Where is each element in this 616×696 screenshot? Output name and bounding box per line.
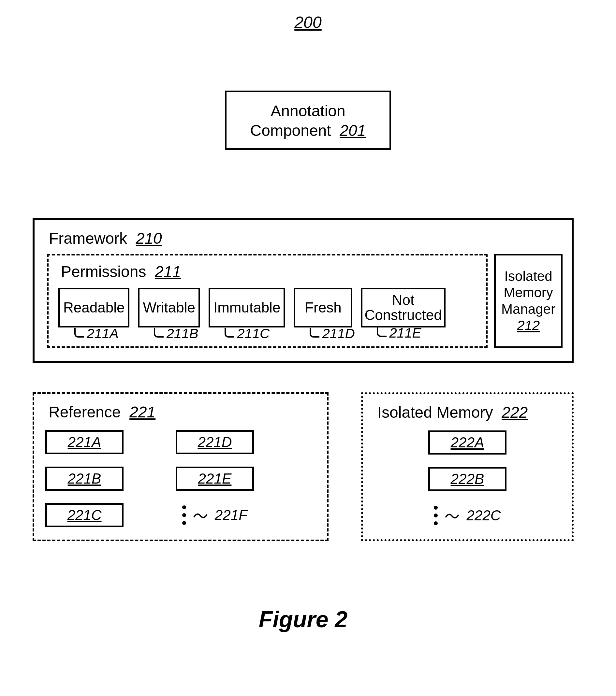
isolated-memory-cell-label: 222A <box>451 434 484 450</box>
isolated-memory-box: Isolated Memory 222 222A 222B 222C <box>361 392 574 541</box>
reference-cell-label: 221A <box>68 434 101 450</box>
reference-cell-label: 221C <box>67 507 101 523</box>
reference-ref: 221 <box>129 404 156 421</box>
reference-label: Reference <box>49 404 121 421</box>
framework-header: Framework 210 <box>49 230 563 247</box>
diagram-ref: 200 <box>33 13 583 32</box>
imm-line3: Manager <box>501 301 555 317</box>
permission-not-constructed: Not Constructed 211E <box>361 288 445 328</box>
isolated-memory-cell-label: 222B <box>451 471 484 487</box>
isolated-memory-header: Isolated Memory 222 <box>377 404 560 421</box>
permission-writable: Writable 211B <box>138 288 200 328</box>
permission-fresh-ref: 211D <box>310 326 354 342</box>
framework-box: Framework 210 Permissions 211 Readable 2… <box>33 218 574 363</box>
framework-ref: 210 <box>136 230 162 247</box>
reference-header: Reference 221 <box>49 403 316 421</box>
permission-writable-label: Writable <box>143 299 195 316</box>
permission-immutable-ref: 211C <box>224 326 270 342</box>
vertical-ellipsis-icon <box>434 506 438 525</box>
reference-cell: 221A <box>45 430 124 454</box>
isolated-memory-cell: 222B <box>428 467 506 491</box>
vertical-ellipsis-icon <box>182 505 186 525</box>
reference-ellipsis: 221F <box>176 503 254 527</box>
isolated-memory-cell: 222A <box>428 430 506 455</box>
permission-readable-ref: 211A <box>74 326 119 342</box>
permission-not-constructed-label: Not Constructed <box>364 292 442 322</box>
permission-immutable: Immutable 211C <box>209 288 285 328</box>
reference-ellipsis-ref: 221F <box>215 507 247 523</box>
reference-box: Reference 221 221A 221B 221C 221D 221E 2… <box>33 392 329 541</box>
permission-readable: Readable 211A <box>58 288 129 328</box>
imm-ref: 212 <box>517 318 540 333</box>
permissions-header: Permissions 211 <box>61 263 479 281</box>
figure-caption: Figure 2 <box>33 606 574 632</box>
reference-cell-label: 221E <box>198 471 232 487</box>
lead-line-icon <box>445 511 459 519</box>
reference-cell: 221E <box>176 466 254 491</box>
reference-cell: 221C <box>45 503 124 527</box>
framework-label: Framework <box>49 230 127 247</box>
isolated-memory-ellipsis-ref: 222C <box>467 507 501 524</box>
imm-line1: Isolated <box>504 269 552 284</box>
isolated-memory-ref: 222 <box>502 404 528 421</box>
reference-cell: 221D <box>176 430 254 454</box>
reference-cell: 221B <box>45 466 124 491</box>
permission-immutable-label: Immutable <box>214 299 280 316</box>
lead-line-icon <box>193 511 208 519</box>
permissions-label: Permissions <box>61 263 146 280</box>
permission-writable-ref: 211B <box>154 326 198 342</box>
annotation-component-box: AnnotationComponent 201 <box>225 91 391 150</box>
permissions-ref: 211 <box>155 263 181 280</box>
isolated-memory-ellipsis: 222C <box>428 503 506 527</box>
permission-fresh: Fresh 211D <box>294 288 352 328</box>
imm-line2: Memory <box>504 285 553 300</box>
reference-cell-label: 221D <box>198 434 232 450</box>
reference-cell-label: 221B <box>68 471 101 487</box>
permission-fresh-label: Fresh <box>305 299 341 316</box>
isolated-memory-manager-box: Isolated Memory Manager 212 <box>494 254 563 348</box>
permissions-box: Permissions 211 Readable 211A Writable 2… <box>47 254 488 348</box>
isolated-memory-label: Isolated Memory <box>377 404 493 421</box>
permission-not-constructed-ref: 211E <box>377 326 421 340</box>
permission-readable-label: Readable <box>63 299 125 316</box>
